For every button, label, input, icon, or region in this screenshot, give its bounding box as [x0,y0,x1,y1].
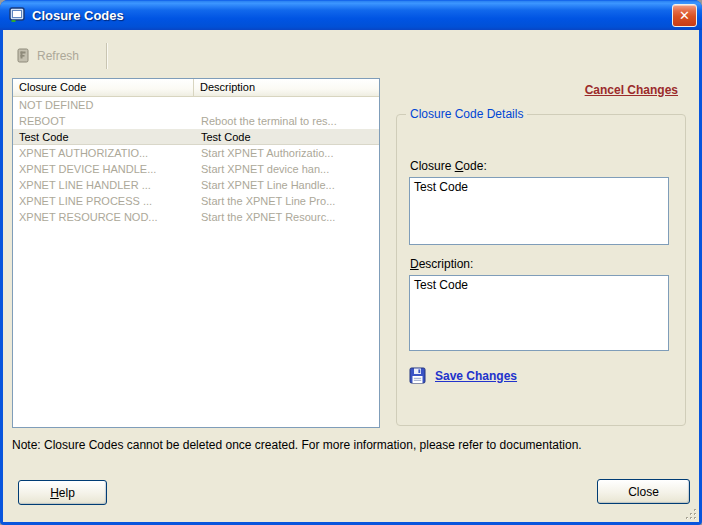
list-row[interactable]: XPNET LINE HANDLER ...Start XPNET Line H… [13,177,379,193]
description-cell: Start the XPNET Resourc... [195,209,379,225]
close-window-button[interactable]: ✕ [672,4,697,27]
closure-code-cell: XPNET RESOURCE NOD... [13,209,195,225]
refresh-icon [15,48,31,64]
cancel-changes-link[interactable]: Cancel Changes [585,83,678,97]
list-row[interactable]: XPNET AUTHORIZATIO...Start XPNET Authori… [13,145,379,161]
closure-code-cell: REBOOT [13,113,195,129]
closure-code-cell: XPNET LINE PROCESS ... [13,193,195,209]
list-row[interactable]: NOT DEFINED [13,97,379,113]
closure-code-cell: Test Code [13,129,195,144]
window-title: Closure Codes [32,8,124,23]
closure-code-label: Closure Code: [410,159,487,173]
save-changes-link[interactable]: Save Changes [435,369,517,383]
closure-code-cell: NOT DEFINED [13,97,195,113]
description-cell: Start XPNET Authorizatio... [195,145,379,161]
dialog-body: Refresh Closure Code Description NOT DEF… [3,30,699,522]
note-text: Note: Closure Codes cannot be deleted on… [12,438,582,452]
closure-code-cell: XPNET LINE HANDLER ... [13,177,195,193]
save-changes-control[interactable]: Save Changes [409,367,517,384]
closure-codes-list[interactable]: Closure Code Description NOT DEFINEDREBO… [12,78,380,428]
save-icon [409,367,426,384]
description-cell [195,97,379,113]
list-row[interactable]: Test CodeTest Code [13,129,379,145]
list-row[interactable]: XPNET RESOURCE NOD...Start the XPNET Res… [13,209,379,225]
column-header-closure-code[interactable]: Closure Code [13,79,194,96]
description-label: Description: [410,257,473,271]
resize-grip[interactable] [684,507,698,521]
column-header-description[interactable]: Description [194,79,379,96]
list-row[interactable]: REBOOTReboot the terminal to res... [13,113,379,129]
description-cell: Test Code [195,129,379,144]
description-cell: Start XPNET Line Handle... [195,177,379,193]
list-row[interactable]: XPNET DEVICE HANDLE...Start XPNET device… [13,161,379,177]
close-icon: ✕ [679,8,690,23]
refresh-label: Refresh [37,49,79,63]
closure-code-cell: XPNET DEVICE HANDLE... [13,161,195,177]
description-cell: Start the XPNET Line Pro... [195,193,379,209]
closure-code-field[interactable]: Test Code [409,177,669,245]
titlebar[interactable]: Closure Codes ✕ [0,0,702,30]
help-button[interactable]: Help [18,480,107,505]
group-title: Closure Code Details [406,107,527,121]
refresh-button[interactable]: Refresh [11,44,87,68]
description-field[interactable]: Test Code [409,275,669,351]
closure-code-list-body: NOT DEFINEDREBOOTReboot the terminal to … [13,97,379,225]
description-cell: Start XPNET device han... [195,161,379,177]
closure-code-cell: XPNET AUTHORIZATIO... [13,145,195,161]
closure-code-details-group: Closure Code Details Closure Code: Test … [396,114,686,426]
toolbar-separator [106,43,107,69]
window-icon [9,7,26,23]
close-button[interactable]: Close [597,479,690,504]
description-cell: Reboot the terminal to res... [195,113,379,129]
list-header: Closure Code Description [13,79,379,97]
closure-codes-dialog: Closure Codes ✕ Refresh Closure Code Des… [0,0,702,525]
list-row[interactable]: XPNET LINE PROCESS ...Start the XPNET Li… [13,193,379,209]
